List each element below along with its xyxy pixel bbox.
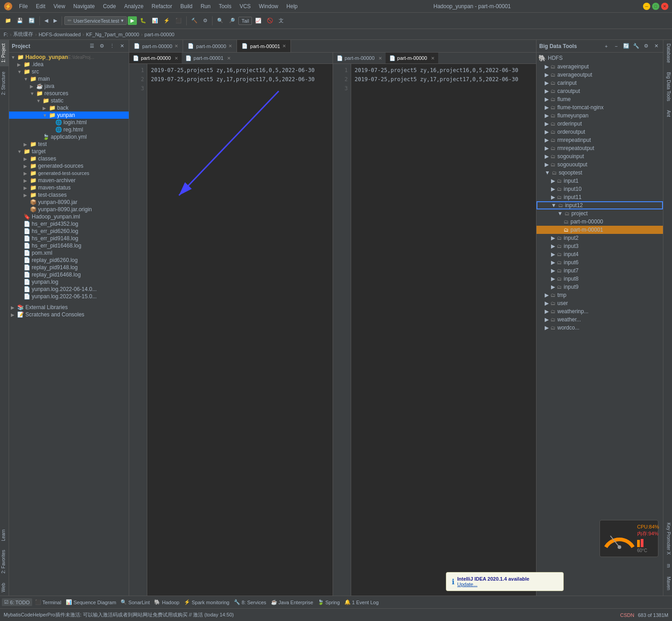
sidebar-tab-favorites[interactable]: 2: Favorites	[0, 546, 9, 577]
tree-scratches[interactable]: ▶ 📝 Scratches and Consoles	[9, 311, 129, 318]
bdt-input10[interactable]: ▶ 🗂 input10	[537, 185, 663, 193]
sub-tab-right-1[interactable]: 📄 part-m-00000 ✕	[333, 53, 386, 63]
menu-file[interactable]: File	[15, 2, 31, 10]
menu-analyze[interactable]: Analyze	[121, 2, 147, 10]
tree-yunpan-log[interactable]: 📄 yunpan.log	[9, 278, 129, 286]
bdt-remove-btn[interactable]: −	[612, 42, 620, 50]
right-tab-ant[interactable]: Ant	[663, 107, 672, 121]
bdt-sqooptest[interactable]: ▼ 🗂 sqooptest	[537, 169, 663, 177]
build-button[interactable]: 🔨	[189, 16, 200, 25]
tree-src[interactable]: ▼ 📁 src	[9, 68, 129, 75]
bdt-input1[interactable]: ▶ 🗂 input1	[537, 177, 663, 185]
bdt-settings-btn[interactable]: 🔧	[632, 42, 640, 50]
tree-external-libs[interactable]: ▶ 📚 External Libraries	[9, 304, 129, 311]
tail-button[interactable]: Tail	[238, 17, 252, 25]
status-hadoop[interactable]: 🐘 Hadoop	[152, 599, 181, 605]
tab-close-2[interactable]: ✕	[228, 44, 232, 49]
menu-help[interactable]: Help	[283, 2, 301, 10]
tree-root[interactable]: ▼ 📁 Hadoop_yunpan E:\IdeaProj...	[9, 53, 129, 61]
debug-button[interactable]: 🐛	[138, 16, 149, 25]
right-tab-m[interactable]: m	[663, 560, 672, 571]
bdt-input3[interactable]: ▶ 🗂 input3	[537, 242, 663, 250]
tree-idea[interactable]: ▶ 📁 .idea	[9, 61, 129, 68]
sub-tab-right-2[interactable]: 📄 part-m-00000 ✕	[386, 53, 438, 63]
editor-tab-2[interactable]: 📄 part-m-00000 ✕	[183, 40, 237, 52]
tree-static[interactable]: ▼ 📁 static	[9, 97, 129, 104]
sidebar-tab-web[interactable]: Web	[0, 579, 9, 596]
bdt-flume-tomcat[interactable]: ▶ 🗂 flume-tomcat-nginx	[537, 103, 663, 112]
tree-jar-origin[interactable]: 📦 yunpan-8090.jar.origin	[9, 206, 129, 213]
tree-reg-html[interactable]: 🌐 reg.html	[9, 126, 129, 133]
bdt-flumeyunpan[interactable]: ▶ 🗂 flumeyunpan	[537, 112, 663, 120]
translate-button[interactable]: 文	[276, 16, 286, 25]
sidebar-tab-structure[interactable]: 2: Structure	[0, 68, 9, 99]
panel-icon-scope[interactable]: ☰	[88, 42, 96, 50]
tree-pom[interactable]: 📄 pom.xml	[9, 249, 129, 257]
settings-button[interactable]: ⚙	[201, 16, 210, 25]
replace-button[interactable]: 🔎	[227, 16, 237, 25]
coverage-button[interactable]: 📊	[150, 16, 160, 25]
menu-navigate[interactable]: Navigate	[70, 2, 98, 10]
right-tab-key[interactable]: Key Promoter X	[663, 519, 672, 558]
panel-icon-settings[interactable]: ⚙	[98, 42, 106, 50]
close-button[interactable]: ✕	[661, 3, 668, 10]
tree-resources[interactable]: ▼ 📁 resources	[9, 90, 129, 97]
bdt-refresh-btn[interactable]: 🔄	[622, 42, 630, 50]
breadcrumb-cache[interactable]: 系统缓存	[13, 31, 33, 38]
sub-tab-close-l1[interactable]: ✕	[174, 56, 178, 61]
toolbar-forward[interactable]: ▶	[51, 16, 59, 25]
sub-tab-left-2[interactable]: 📄 part-m-00001 ✕	[182, 53, 234, 63]
menu-tools[interactable]: Tools	[215, 2, 235, 10]
tree-target[interactable]: ▼ 📁 target	[9, 148, 129, 155]
toolbar-open[interactable]: 📁	[3, 16, 14, 25]
status-spark[interactable]: ⚡ Spark monitoring	[182, 599, 231, 605]
tree-log2[interactable]: 📄 hs_err_pid6260.log	[9, 228, 129, 235]
tree-gen-test-sources[interactable]: ▶ 📁 generated-test-sources	[9, 170, 129, 177]
tree-log4[interactable]: 📄 hs_err_pid16468.log	[9, 242, 129, 249]
status-spring[interactable]: 🍃 Spring	[316, 599, 342, 605]
tree-log1[interactable]: 📄 hs_err_pid4352.log	[9, 220, 129, 228]
bdt-tmp[interactable]: ▶ 🗂 tmp	[537, 291, 663, 299]
breadcrumb-kf[interactable]: KF_Ng_7part_m_00000	[86, 32, 139, 37]
tree-classes[interactable]: ▶ 📁 classes	[9, 155, 129, 162]
menu-build[interactable]: Build	[177, 2, 196, 10]
bdt-flume[interactable]: ▶ 🗂 flume	[537, 95, 663, 103]
menu-window[interactable]: Window	[255, 2, 282, 10]
menu-edit[interactable]: Edit	[32, 2, 49, 10]
bdt-sogououtput[interactable]: ▶ 🗂 sogououtput	[537, 160, 663, 169]
toolbar-save[interactable]: 💾	[15, 16, 25, 25]
sub-tab-left-1[interactable]: 📄 part-m-00000 ✕	[129, 53, 182, 63]
tree-java[interactable]: ▶ ☕ java	[9, 82, 129, 90]
bdt-gear-btn[interactable]: ⚙	[642, 42, 650, 50]
right-tab-maven[interactable]: Maven	[663, 573, 672, 594]
tree-login-html[interactable]: 🌐 login.html	[9, 119, 129, 126]
editor-tab-1[interactable]: 📄 part-m-00000 ✕	[129, 40, 183, 52]
tree-application-yml[interactable]: 🍃 application.yml	[9, 133, 129, 141]
bdt-close-btn[interactable]: ✕	[652, 42, 660, 50]
status-event-log[interactable]: 🔔 1 Event Log	[343, 599, 381, 605]
breadcrumb-part[interactable]: part-m-00000	[145, 32, 174, 37]
sub-tab-close-l2[interactable]: ✕	[227, 56, 231, 61]
bdt-input11[interactable]: ▶ 🗂 input11	[537, 193, 663, 201]
tree-main[interactable]: ▼ 📁 main	[9, 75, 129, 82]
bdt-project[interactable]: ▼ 🗂 project	[537, 209, 663, 218]
right-tab-database[interactable]: Database	[663, 40, 672, 67]
menu-run[interactable]: Run	[197, 2, 214, 10]
sub-tab-close-r1[interactable]: ✕	[378, 56, 382, 61]
bdt-caroutput[interactable]: ▶ 🗂 caroutput	[537, 87, 663, 95]
breadcrumb-f[interactable]: F:	[4, 32, 8, 37]
tree-jar[interactable]: 📦 yunpan-8090.jar	[9, 199, 129, 206]
toolbar-sync[interactable]: 🔄	[26, 16, 37, 25]
bdt-part-00001[interactable]: 🗂 part-m-00001	[537, 226, 663, 234]
tree-test[interactable]: ▶ 📁 test	[9, 141, 129, 148]
bdt-sogouinput[interactable]: ▶ 🗂 sogouinput	[537, 152, 663, 160]
tab-close-3[interactable]: ✕	[282, 44, 286, 49]
bdt-averageinput[interactable]: ▶ 🗂 averageinput	[537, 63, 663, 71]
bdt-input4[interactable]: ▶ 🗂 input4	[537, 250, 663, 258]
bdt-input12[interactable]: ▼ 🗂 input12	[537, 201, 663, 209]
profile-button[interactable]: ⚡	[161, 16, 172, 25]
bdt-averageoutput[interactable]: ▶ 🗂 averageoutput	[537, 71, 663, 79]
sub-tab-close-r2[interactable]: ✕	[431, 56, 435, 61]
tree-yunpan[interactable]: ▼ 📁 yunpan	[9, 112, 129, 119]
editor-tab-3[interactable]: 📄 part-m-00001 ✕	[237, 40, 291, 52]
